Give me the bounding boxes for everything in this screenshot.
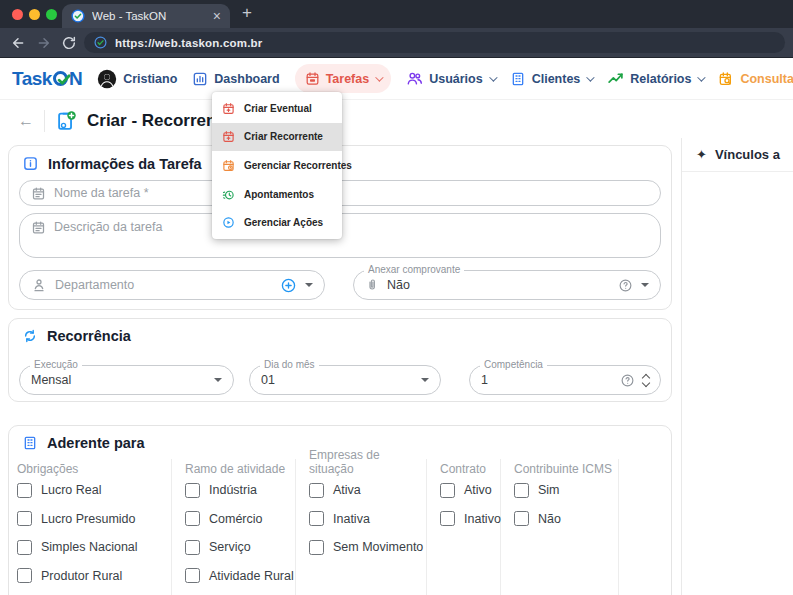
right-panel-vinculos: ✦ Vínculos a xyxy=(681,138,793,595)
menu-item-apontamentos[interactable]: Apontamentos xyxy=(212,180,342,209)
checkbox-option[interactable]: Sim xyxy=(514,476,618,505)
chevron-down-icon xyxy=(375,73,383,81)
execucao-value[interactable] xyxy=(31,373,206,387)
tab-close-icon[interactable]: × xyxy=(213,9,221,23)
checkbox[interactable] xyxy=(514,483,529,498)
checkbox[interactable] xyxy=(185,511,200,526)
checkbox[interactable] xyxy=(17,483,32,498)
checkbox[interactable] xyxy=(440,483,455,498)
group-header: Contribuinte ICMS xyxy=(514,459,618,476)
paperclip-icon xyxy=(365,278,379,292)
nav-clientes[interactable]: Clientes xyxy=(510,71,593,87)
browser-back-icon[interactable] xyxy=(10,35,26,51)
checkbox[interactable] xyxy=(440,511,455,526)
calendar-clock-icon xyxy=(222,159,235,172)
checkbox-option[interactable]: Atividade Rural xyxy=(185,562,295,591)
dropdown-caret-icon xyxy=(305,283,313,287)
dropdown-caret-icon xyxy=(421,378,429,382)
taskon-logo[interactable]: TaskN xyxy=(12,68,82,90)
anexar-comprovante-select[interactable]: Anexar comprovante xyxy=(353,270,661,300)
macos-zoom-button[interactable] xyxy=(46,9,57,20)
anexar-comprovante-value[interactable] xyxy=(387,278,610,292)
checkbox-option[interactable]: Simples Nacional xyxy=(17,533,171,562)
checkbox-option[interactable]: Serviço xyxy=(185,533,295,562)
checkbox[interactable] xyxy=(185,540,200,555)
menu-item-criar-eventual[interactable]: Criar Eventual xyxy=(212,94,342,123)
checkbox-option[interactable]: Inativa xyxy=(309,505,426,534)
checkbox[interactable] xyxy=(185,483,200,498)
help-icon[interactable] xyxy=(618,278,633,293)
checkbox-option[interactable]: Ativa xyxy=(309,476,426,505)
group-header: Obrigações xyxy=(17,459,171,476)
divider xyxy=(44,110,45,132)
new-tab-button[interactable]: + xyxy=(242,3,252,23)
checkbox-option[interactable]: Indústria xyxy=(185,476,295,505)
user-name: Cristiano xyxy=(123,72,177,86)
clientes-building-icon xyxy=(510,71,526,87)
descricao-tarefa-input[interactable] xyxy=(54,220,649,234)
dia-do-mes-value[interactable] xyxy=(261,373,413,387)
group-empresas-situacao: Empresas de situação Ativa Inativa Sem M… xyxy=(296,459,427,595)
menu-item-criar-recorrente[interactable]: Criar Recorrente xyxy=(212,123,342,152)
url-text: https://web.taskon.com.br xyxy=(115,37,263,49)
execucao-select[interactable]: Execução xyxy=(19,365,234,395)
site-security-icon xyxy=(94,36,107,49)
right-panel-title: Vínculos a xyxy=(715,147,780,162)
tarefas-calendar-icon xyxy=(305,71,320,86)
group-obrigacoes: Obrigações Lucro Real Lucro Presumido Si… xyxy=(9,459,172,595)
back-button[interactable]: ← xyxy=(18,113,34,129)
menu-item-gerenciar-recorrentes[interactable]: Gerenciar Recorrentes xyxy=(212,151,342,180)
checkbox-option[interactable]: Lucro Presumido xyxy=(17,505,171,534)
checkbox[interactable] xyxy=(514,511,529,526)
timer-icon xyxy=(222,188,235,201)
checkbox[interactable] xyxy=(17,568,32,583)
checkbox[interactable] xyxy=(309,511,324,526)
nav-tarefas[interactable]: Tarefas xyxy=(295,64,392,93)
add-department-icon[interactable] xyxy=(280,277,297,294)
address-bar[interactable]: https://web.taskon.com.br xyxy=(84,32,785,53)
nav-usuarios[interactable]: Usuários xyxy=(406,70,495,87)
dropdown-caret-icon xyxy=(641,283,649,287)
checkbox-option[interactable]: Produtor Rural xyxy=(17,562,171,591)
group-header: Empresas de situação xyxy=(309,459,426,476)
checkbox-option[interactable]: Ativo xyxy=(440,476,500,505)
macos-minimize-button[interactable] xyxy=(29,9,40,20)
checkbox[interactable] xyxy=(17,540,32,555)
info-icon xyxy=(22,155,39,172)
department-person-icon xyxy=(31,277,47,293)
browser-tab-bar: Web - TaskON × + xyxy=(0,0,793,28)
competencia-field[interactable]: Competência xyxy=(469,365,661,395)
browser-reload-icon[interactable] xyxy=(61,35,77,51)
number-stepper[interactable] xyxy=(643,375,649,386)
checkbox-option[interactable]: Sem Movimento xyxy=(309,533,426,562)
nav-dashboard[interactable]: Dashboard xyxy=(192,71,279,87)
checkbox[interactable] xyxy=(17,511,32,526)
group-contribuinte-icms: Contribuinte ICMS Sim Não xyxy=(501,459,619,595)
browser-tab[interactable]: Web - TaskON × xyxy=(62,4,230,28)
nome-tarefa-input[interactable] xyxy=(54,186,649,200)
nav-relatorios[interactable]: Relatórios xyxy=(607,70,703,87)
checkbox-option[interactable]: Inativo xyxy=(440,505,500,534)
nav-consultas[interactable]: Consultas xyxy=(718,71,793,87)
page-title: Criar - Recorrente xyxy=(87,111,232,131)
tarefas-dropdown-menu: Criar Eventual Criar Recorrente Gerencia… xyxy=(212,92,342,239)
checkbox-option[interactable]: Não xyxy=(514,505,618,534)
competencia-value[interactable] xyxy=(481,373,612,387)
checkbox-option[interactable]: Comércio xyxy=(185,505,295,534)
dia-do-mes-select[interactable]: Dia do mês xyxy=(249,365,441,395)
calendar-plus-icon xyxy=(222,130,235,143)
sparkle-icon: ✦ xyxy=(696,148,707,161)
user-menu[interactable]: Cristiano xyxy=(97,69,177,89)
checkbox-option[interactable]: Lucro Real xyxy=(17,476,171,505)
checkbox[interactable] xyxy=(309,540,324,555)
help-icon[interactable] xyxy=(620,373,635,388)
menu-item-gerenciar-acoes[interactable]: Gerenciar Ações xyxy=(212,208,342,237)
macos-close-button[interactable] xyxy=(12,9,23,20)
departamento-select[interactable] xyxy=(19,270,325,300)
checkbox[interactable] xyxy=(309,483,324,498)
checkbox[interactable] xyxy=(185,568,200,583)
consultas-search-icon xyxy=(718,71,734,87)
card-aderente-para: Aderente para Obrigações Lucro Real Lucr… xyxy=(8,425,672,595)
browser-forward-icon[interactable] xyxy=(36,35,52,51)
departamento-input[interactable] xyxy=(55,278,272,292)
